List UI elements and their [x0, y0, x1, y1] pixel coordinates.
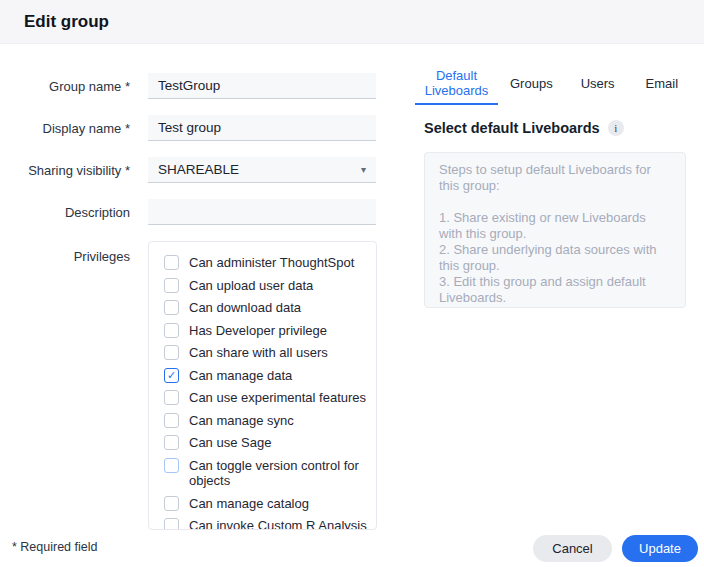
privilege-item: Can share with all users	[164, 345, 368, 361]
privilege-label: Can manage sync	[189, 413, 294, 429]
checkbox[interactable]	[164, 413, 179, 428]
privilege-item: Can upload user data	[164, 278, 368, 294]
description-input[interactable]	[148, 199, 376, 225]
checkbox[interactable]	[164, 300, 179, 315]
privilege-item: Can manage sync	[164, 413, 368, 429]
form-row-privileges: Privileges Can administer ThoughtSpot Ca…	[0, 241, 400, 530]
checkbox[interactable]	[164, 278, 179, 293]
privilege-label: Can upload user data	[189, 278, 313, 294]
privilege-item: Can use Sage	[164, 435, 368, 451]
checkbox[interactable]	[164, 496, 179, 511]
step-2: 2. Share underlying data sources with th…	[439, 242, 671, 274]
right-panel-tabs: Default Liveboards Groups Users Email	[415, 68, 678, 105]
privilege-item: Can manage catalog	[164, 496, 368, 512]
privilege-item: Can toggle version control for objects	[164, 458, 368, 489]
display-name-input[interactable]	[148, 115, 376, 141]
page-title: Edit group	[24, 12, 109, 32]
privilege-item: ✓ Can manage data	[164, 368, 368, 384]
checkbox[interactable]	[164, 435, 179, 450]
group-form: Group name * Display name * Sharing visi…	[0, 44, 400, 530]
select-default-liveboards-heading: Select default Liveboards i	[424, 120, 624, 136]
privilege-item: Has Developer privilege	[164, 323, 368, 339]
tab-groups[interactable]: Groups	[510, 76, 553, 105]
group-name-label: Group name *	[0, 79, 130, 94]
info-icon[interactable]: i	[608, 120, 624, 136]
form-row-group-name: Group name *	[0, 73, 400, 99]
privilege-label: Can administer ThoughtSpot	[189, 255, 354, 271]
privilege-label: Can use experimental features	[189, 390, 366, 406]
display-name-label: Display name *	[0, 121, 130, 136]
steps-intro: Steps to setup default Liveboards for th…	[439, 162, 671, 194]
form-row-sharing-visibility: Sharing visibility * SHAREABLE ▾	[0, 157, 400, 183]
liveboards-steps-box: Steps to setup default Liveboards for th…	[424, 152, 686, 308]
update-button[interactable]: Update	[622, 535, 698, 562]
privilege-item: Can invoke Custom R Analysis	[164, 518, 368, 530]
sharing-visibility-label: Sharing visibility *	[0, 163, 130, 178]
dialog-header: Edit group	[0, 0, 704, 44]
privilege-label: Has Developer privilege	[189, 323, 327, 339]
checkbox-checked[interactable]: ✓	[164, 368, 179, 383]
privilege-label: Can download data	[189, 300, 301, 316]
description-label: Description	[0, 205, 130, 220]
privilege-label: Can use Sage	[189, 435, 271, 451]
group-name-input[interactable]	[148, 73, 376, 99]
checkbox[interactable]	[164, 390, 179, 405]
privilege-label: Can invoke Custom R Analysis	[189, 518, 367, 530]
checkbox[interactable]	[164, 345, 179, 360]
checkbox[interactable]	[164, 518, 179, 530]
cancel-button[interactable]: Cancel	[533, 535, 612, 562]
checkbox[interactable]	[164, 323, 179, 338]
step-1: 1. Share existing or new Liveboards with…	[439, 210, 671, 242]
checkbox[interactable]	[164, 458, 179, 473]
required-field-note: * Required field	[12, 540, 97, 554]
privilege-label: Can manage data	[189, 368, 292, 384]
sharing-visibility-select[interactable]: SHAREABLE ▾	[148, 157, 376, 183]
form-row-description: Description	[0, 199, 400, 225]
privilege-label: Can toggle version control for objects	[189, 458, 368, 489]
heading-text: Select default Liveboards	[424, 120, 600, 136]
tab-email[interactable]: Email	[646, 76, 679, 105]
privileges-label: Privileges	[0, 241, 130, 264]
privileges-list[interactable]: Can administer ThoughtSpot Can upload us…	[148, 241, 377, 530]
step-3: 3. Edit this group and assign default Li…	[439, 274, 671, 306]
tab-default-liveboards[interactable]: Default Liveboards	[415, 68, 498, 105]
privilege-label: Can manage catalog	[189, 496, 309, 512]
privilege-label: Can share with all users	[189, 345, 328, 361]
tab-users[interactable]: Users	[581, 76, 615, 105]
checkbox[interactable]	[164, 255, 179, 270]
privilege-item: Can administer ThoughtSpot	[164, 255, 368, 271]
privilege-item: Can download data	[164, 300, 368, 316]
privilege-item: Can use experimental features	[164, 390, 368, 406]
chevron-down-icon: ▾	[361, 165, 366, 175]
select-value: SHAREABLE	[158, 162, 239, 177]
form-row-display-name: Display name *	[0, 115, 400, 141]
